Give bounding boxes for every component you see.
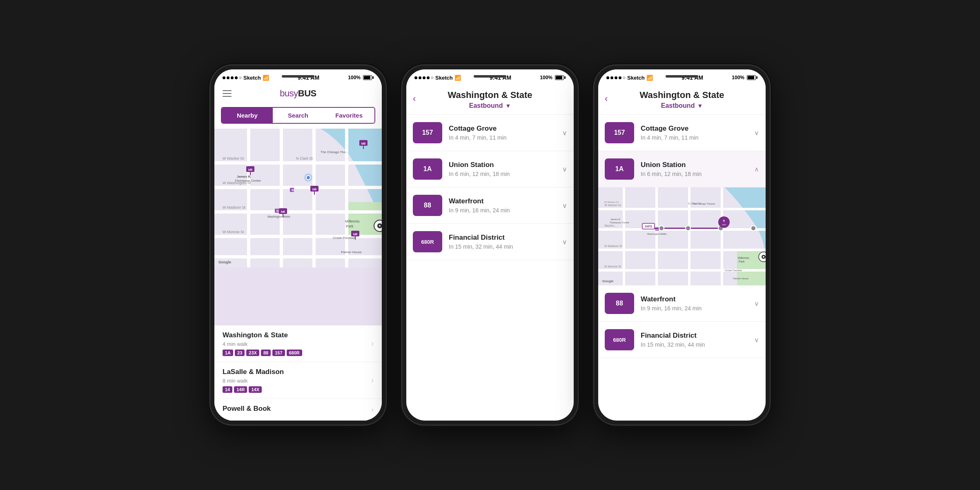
route-badge-88: 88 [413,195,442,216]
stop-lasalle-name: LaSalle & Madison [223,368,371,376]
chevron-right-icon-2: › [371,376,374,385]
route-name-680r: Financial District [449,234,559,242]
svg-point-49 [379,225,381,227]
route-item-157[interactable]: 157 Cottage Grove In 4 min, 7 min, 11 mi… [406,115,574,151]
route-item-680r[interactable]: 680R Financial District In 15 min, 32 mi… [406,224,574,260]
back-button-2[interactable]: ‹ [413,94,416,104]
svg-rect-30 [363,146,364,149]
chevron-down-icon: ∨ [562,129,567,137]
signal-dots-2 [414,76,434,79]
route-item-3-1a[interactable]: 1A Union Station In 6 min, 12 min, 18 mi… [598,151,766,187]
route-item-3-88[interactable]: 88 Waterfront In 9 min, 16 min, 24 min ∨ [598,285,766,322]
svg-rect-46 [355,236,356,240]
phone-1: Sketch 📶 9:41 AM 100% busyBUS [210,65,386,425]
detail-header-2: ‹ Washington & State Eastbound ▼ [406,83,574,115]
battery-pct-3: 100% [732,75,744,80]
svg-text:W Monroe St: W Monroe St [604,265,621,268]
route-badge-3-1a: 1A [605,158,634,180]
logo-busy: busy [280,88,298,98]
route-dest-3-88: Waterfront In 9 min, 16 min, 24 min [641,295,751,312]
direction-button-2[interactable]: Eastbound ▼ [414,102,566,109]
direction-button-3[interactable]: Eastbound ▼ [606,102,757,109]
chevron-down-3-88: ∨ [754,300,759,307]
route-item-3-680r[interactable]: 680R Financial District In 15 min, 32 mi… [598,322,766,358]
route-list-3b: 88 Waterfront In 9 min, 16 min, 24 min ∨… [598,285,766,358]
stop-washington-walk: 4 min walk [223,341,371,347]
svg-text:Crown Fountain: Crown Fountain [725,269,742,272]
battery-pct-2: 100% [540,75,552,80]
svg-point-90 [763,256,764,258]
camera [210,74,212,78]
wifi-icon-2: 📶 [454,75,461,81]
map-area[interactable]: W Wacker Dr W Washington St W Madison St… [214,129,382,325]
signal-dots [223,76,242,79]
battery-icon [363,75,374,80]
status-right: 100% [348,75,374,80]
route-item-3-157[interactable]: 157 Cottage Grove In 4 min, 7 min, 11 mi… [598,115,766,151]
route-times-3-157: In 4 min, 7 min, 11 min [641,134,751,141]
route-times-88: In 9 min, 16 min, 24 min [449,207,559,214]
svg-text:Washin...: Washin... [604,224,616,227]
stop-list: Washington & State 4 min walk 1A 23 23X … [214,325,382,421]
route-badge-680r: 680R [413,231,442,252]
screen-1: Sketch 📶 9:41 AM 100% busyBUS [214,69,382,421]
route-88: 88 [261,350,271,356]
svg-rect-3 [214,186,382,189]
svg-text:W Monroe St: W Monroe St [223,230,244,234]
svg-point-83 [659,226,664,231]
dot5 [239,76,242,79]
stop-washington-routes: 1A 23 23X 88 157 680R [223,350,371,356]
phone-2: Sketch 📶 9:41 AM 100% ‹ Washington & Sta… [402,65,578,425]
inline-map-svg: W Wacker Dr Washin... W Madison St W Mon… [598,187,766,285]
stop-item-washington[interactable]: Washington & State 4 min walk 1A 23 23X … [214,325,382,362]
dot3 [231,76,234,79]
route-dest-157: Cottage Grove In 4 min, 7 min, 11 min [449,125,559,141]
carrier-3: Sketch [627,75,645,81]
tab-search[interactable]: Search [273,108,324,123]
svg-text:bB: bB [353,232,358,236]
route-badge-1a: 1A [413,158,442,180]
route-23x: 23X [246,350,259,356]
screen-2: Sketch 📶 9:41 AM 100% ‹ Washington & Sta… [406,69,574,421]
wifi-icon-3: 📶 [646,75,653,81]
wifi-icon: 📶 [263,75,269,81]
svg-text:James R.: James R. [237,175,251,178]
route-dest-1a: Union Station In 6 min, 12 min, 18 min [449,161,559,177]
route-list-2: 157 Cottage Grove In 4 min, 7 min, 11 mi… [406,115,574,260]
route-name-88: Waterfront [449,197,559,205]
chevron-down-icon-680r: ∨ [562,238,567,246]
route-dest-88: Waterfront In 9 min, 16 min, 24 min [449,197,559,214]
stop-item-powell[interactable]: Powell & Book › [214,399,382,421]
stop-lasalle-routes: 14 14R 14X [223,386,371,393]
tab-favorites[interactable]: Favorites [323,108,374,123]
route-name-3-680r: Financial District [641,332,751,340]
stop-item-lasalle[interactable]: LaSalle & Madison 8 min walk 14 14R 14X … [214,362,382,399]
direction-arrow-3: ▼ [697,102,703,109]
direction-arrow-2: ▼ [505,102,511,109]
tab-nearby[interactable]: Nearby [222,108,273,123]
route-list-3: 157 Cottage Grove In 4 min, 7 min, 11 mi… [598,115,766,187]
carrier-label: Sketch [243,75,261,81]
svg-text:Palmer House: Palmer House [733,277,749,280]
logo-bus: BUS [298,88,316,98]
svg-text:M: M [292,189,294,192]
route-item-88[interactable]: 88 Waterfront In 9 min, 16 min, 24 min ∨ [406,187,574,224]
hamburger-button[interactable] [223,90,232,97]
svg-rect-58 [655,187,658,285]
route-item-1a[interactable]: 1A Union Station In 6 min, 12 min, 18 mi… [406,151,574,187]
svg-text:Park: Park [739,260,745,263]
route-name-3-88: Waterfront [641,295,751,303]
svg-point-79 [686,226,690,231]
route-14: 14 [223,386,232,393]
svg-rect-57 [623,187,625,285]
hamburger-line1 [223,90,232,91]
direction-label-3: Eastbound [661,102,695,109]
svg-text:W Wacker Dr: W Wacker Dr [604,201,619,203]
inline-map[interactable]: W Wacker Dr Washin... W Madison St W Mon… [598,187,766,285]
chevron-right-icon-3: › [371,405,374,414]
chevron-down-3-680r: ∨ [754,336,759,344]
back-button-3[interactable]: ‹ [605,94,608,104]
route-badge-157: 157 [413,122,442,143]
svg-text:N Clark St: N Clark St [296,156,313,160]
app-logo: busyBUS [280,88,316,99]
